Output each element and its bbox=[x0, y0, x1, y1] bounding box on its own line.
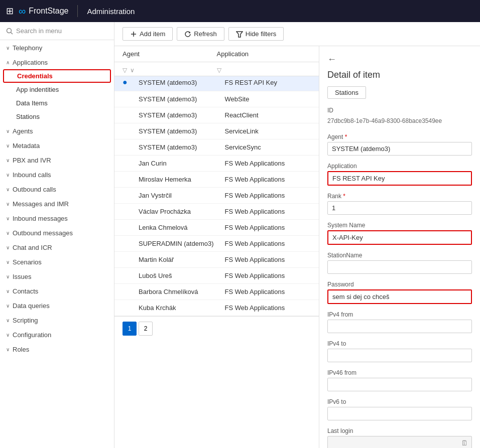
table-row[interactable]: Lenka Chmelová FS Web Applications bbox=[114, 220, 319, 236]
sidebar-item-inbound-messages[interactable]: ∨ Inbound messages bbox=[0, 211, 114, 225]
ipv4-from-input[interactable] bbox=[327, 320, 472, 333]
refresh-button[interactable]: Refresh bbox=[177, 27, 224, 41]
grid-icon[interactable]: ⊞ bbox=[6, 6, 14, 17]
chevron-icon: ∨ bbox=[6, 259, 10, 265]
rank-label: Rank * bbox=[327, 193, 472, 200]
rank-input[interactable] bbox=[327, 201, 472, 215]
sidebar-search-inner[interactable]: Search in menu bbox=[6, 27, 108, 35]
detail-ipv4-to-field: IPv4 to bbox=[327, 340, 472, 362]
application-filter[interactable]: ▽ bbox=[217, 67, 311, 74]
ipv6-from-input[interactable] bbox=[327, 378, 472, 391]
filter-funnel-icon[interactable]: ▽ bbox=[123, 67, 127, 74]
sidebar-sub-app-identities[interactable]: App indentities bbox=[0, 83, 114, 96]
station-name-label: StationName bbox=[327, 252, 472, 259]
sidebar-sub-stations[interactable]: Stations bbox=[0, 110, 114, 123]
sidebar-item-agents[interactable]: ∨ Agents bbox=[0, 123, 114, 138]
stations-badge[interactable]: Stations bbox=[327, 86, 366, 99]
application-label: Application bbox=[327, 163, 472, 170]
agent-input[interactable] bbox=[327, 142, 472, 156]
sidebar-item-outbound-messages[interactable]: ∨ Outbound messages bbox=[0, 225, 114, 240]
sidebar-item-issues[interactable]: ∨ Issues bbox=[0, 269, 114, 283]
sidebar-item-messages-imr[interactable]: ∨ Messages and IMR bbox=[0, 196, 114, 211]
table-row[interactable]: SYSTEM (atdemo3) WebSite bbox=[114, 91, 319, 107]
sidebar-item-data-queries[interactable]: ∨ Data queries bbox=[0, 298, 114, 313]
detail-agent-field: Agent * bbox=[327, 133, 472, 156]
sidebar-item-pbx-ivr[interactable]: ∨ PBX and IVR bbox=[0, 153, 114, 167]
chevron-icon: ∨ bbox=[6, 274, 10, 279]
application-input[interactable] bbox=[327, 171, 472, 186]
toolbar: Add item Refresh Hide filters bbox=[114, 22, 480, 46]
sidebar-item-label: Messages and IMR bbox=[13, 200, 69, 208]
password-input[interactable] bbox=[327, 289, 472, 304]
last-login-wrapper: 🗓 bbox=[327, 436, 472, 448]
chevron-icon: ∨ bbox=[6, 187, 10, 192]
sidebar-item-metadata[interactable]: ∨ Metadata bbox=[0, 138, 114, 153]
ipv4-to-input[interactable] bbox=[327, 349, 472, 362]
cell-application: ServiceSync bbox=[225, 143, 311, 151]
ipv6-to-input[interactable] bbox=[327, 407, 472, 420]
sidebar-sub-credentials[interactable]: Credentials bbox=[3, 69, 111, 83]
table-row[interactable]: Barbora Chmelíková FS Web Applications bbox=[114, 284, 319, 300]
detail-back-button[interactable]: ← bbox=[327, 54, 336, 65]
page-1-button[interactable]: 1 bbox=[123, 322, 137, 336]
topbar: ⊞ ∞ FrontStage Administration bbox=[0, 0, 480, 22]
hide-filters-label: Hide filters bbox=[246, 30, 276, 38]
sidebar-item-inbound-calls[interactable]: ∨ Inbound calls bbox=[0, 167, 114, 182]
sidebar-item-label: Scenarios bbox=[13, 258, 42, 266]
cell-agent: Luboš Ureš bbox=[139, 272, 225, 279]
sidebar-item-roles[interactable]: ∨ Roles bbox=[0, 342, 114, 356]
add-item-button[interactable]: Add item bbox=[123, 27, 173, 41]
hide-filters-button[interactable]: Hide filters bbox=[228, 27, 284, 41]
table-row[interactable]: Martin Kolář FS Web Applications bbox=[114, 252, 319, 268]
page-2-button[interactable]: 2 bbox=[139, 322, 153, 336]
table-row[interactable]: SYSTEM (atdemo3) ServiceSync bbox=[114, 139, 319, 156]
sidebar-item-scripting[interactable]: ∨ Scripting bbox=[0, 313, 114, 327]
table-row[interactable]: SYSTEM (atdemo3) ServiceLink bbox=[114, 123, 319, 139]
filter-funnel-icon-2[interactable]: ▽ bbox=[217, 67, 221, 74]
sidebar-sub-data-items[interactable]: Data Items bbox=[0, 96, 114, 110]
detail-ipv6-to-field: IPv6 to bbox=[327, 398, 472, 420]
station-name-input[interactable] bbox=[327, 260, 472, 274]
agent-filter[interactable]: ▽ ∨ bbox=[123, 67, 217, 74]
sidebar-item-outbound-calls[interactable]: ∨ Outbound calls bbox=[0, 182, 114, 196]
table-row[interactable]: SYSTEM (atdemo3) ReactClient bbox=[114, 107, 319, 123]
detail-ipv6-from-field: IPv46 from bbox=[327, 369, 472, 391]
table-row[interactable]: Luboš Ureš FS Web Applications bbox=[114, 268, 319, 284]
sidebar-item-label: PBX and IVR bbox=[13, 157, 51, 164]
sidebar-item-configuration[interactable]: ∨ Configuration bbox=[0, 327, 114, 342]
table-row[interactable]: Jan Curin FS Web Applications bbox=[114, 156, 319, 172]
sidebar-item-telephony[interactable]: ∨ Telephony bbox=[0, 40, 114, 55]
sidebar-item-chat-icr[interactable]: ∨ Chat and ICR bbox=[0, 240, 114, 254]
cell-agent: Jan Curin bbox=[139, 160, 225, 167]
sidebar-item-label: App indentities bbox=[16, 86, 59, 93]
cell-application: FS Web Applications bbox=[225, 208, 311, 215]
chevron-icon: ∨ bbox=[6, 332, 10, 338]
chevron-icon: ∨ bbox=[6, 216, 10, 221]
sidebar-item-contacts[interactable]: ∨ Contacts bbox=[0, 283, 114, 298]
table-row[interactable]: Václav Procházka FS Web Applications bbox=[114, 204, 319, 220]
sidebar-item-applications[interactable]: ∧ Applications bbox=[0, 55, 114, 69]
system-name-input[interactable] bbox=[327, 230, 472, 245]
table-row[interactable]: Jan Vystrčil FS Web Applications bbox=[114, 188, 319, 204]
sidebar-item-label: Issues bbox=[13, 273, 32, 280]
table-row[interactable]: SUPERADMIN (atdemo3) FS Web Applications bbox=[114, 236, 319, 252]
cell-agent: Lenka Chmelová bbox=[139, 224, 225, 231]
table-row[interactable]: Kuba Krchák FS Web Applications bbox=[114, 300, 319, 316]
cell-agent: Miroslav Hemerka bbox=[139, 176, 225, 183]
sidebar-item-scenarios[interactable]: ∨ Scenarios bbox=[0, 254, 114, 269]
table-row[interactable]: Miroslav Hemerka FS Web Applications bbox=[114, 172, 319, 188]
cell-agent: SYSTEM (atdemo3) bbox=[139, 95, 225, 103]
last-login-input[interactable] bbox=[327, 436, 472, 448]
table-row[interactable]: ● SYSTEM (atdemo3) FS REST API Key bbox=[114, 74, 319, 91]
plus-icon bbox=[130, 31, 137, 38]
search-placeholder: Search in menu bbox=[16, 27, 62, 35]
cell-application: FS Web Applications bbox=[225, 176, 311, 183]
sidebar-item-label: Contacts bbox=[13, 287, 38, 295]
filter-dropdown-icon[interactable]: ∨ bbox=[130, 67, 135, 74]
sidebar-search-container[interactable]: Search in menu bbox=[0, 22, 114, 40]
filter-icon bbox=[236, 31, 243, 38]
chevron-icon: ∨ bbox=[6, 172, 10, 178]
cell-agent: Kuba Krchák bbox=[139, 304, 225, 312]
svg-point-0 bbox=[7, 28, 12, 33]
cell-agent: Martin Kolář bbox=[139, 256, 225, 263]
